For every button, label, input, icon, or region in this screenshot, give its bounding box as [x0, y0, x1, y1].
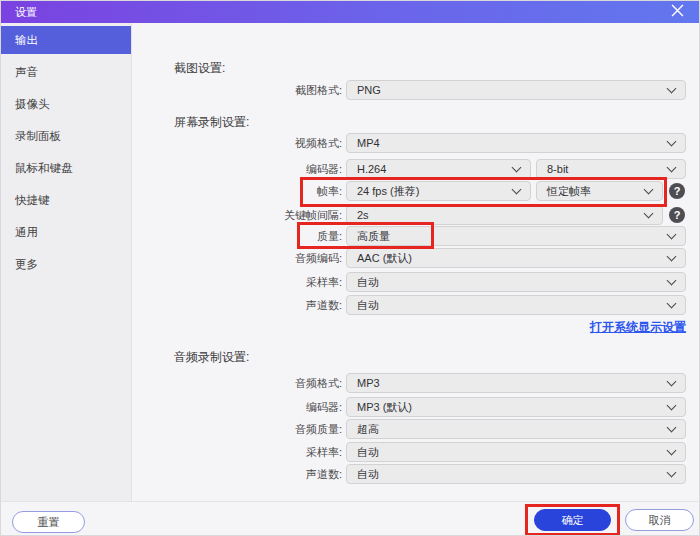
section-title-screenshot: 截图设置: [174, 61, 225, 76]
audio-sample-rate-row: 采样率: 自动 [133, 442, 700, 462]
chevron-down-icon [667, 423, 677, 433]
audio-format-dropdown[interactable]: MP3 [346, 373, 686, 393]
audio-sample-rate-dropdown[interactable]: 自动 [346, 442, 686, 462]
chevron-down-icon [667, 163, 677, 173]
audio-encoder-dropdown[interactable]: MP3 (默认) [346, 397, 686, 417]
sample-rate-dropdown[interactable]: 自动 [346, 272, 686, 292]
chevron-down-icon [667, 252, 677, 262]
sample-rate-row: 采样率: 自动 [133, 272, 700, 292]
chevron-down-icon [644, 185, 654, 195]
audio-channels-row: 声道数: 自动 [133, 464, 700, 484]
sidebar-item-general[interactable]: 通用 [1, 218, 131, 246]
audio-channels-dropdown[interactable]: 自动 [346, 464, 686, 484]
sidebar-item-hotkeys[interactable]: 快捷键 [1, 186, 131, 214]
screenshot-format-dropdown[interactable]: PNG [346, 80, 686, 100]
setting-label: 截图格式: [133, 80, 342, 100]
audio-format-row: 音频格式: MP3 [133, 373, 700, 393]
sidebar-item-more[interactable]: 更多 [1, 250, 131, 278]
settings-dialog: 设置 输出 声音 摄像头 录制面板 鼠标和键盘 快捷键 通用 更多 截图设置: … [0, 0, 700, 536]
setting-label: 编码器: [133, 397, 342, 417]
dialog-title: 设置 [15, 1, 37, 23]
framerate-dropdown[interactable]: 24 fps (推荐) [346, 181, 531, 201]
chevron-down-icon [667, 377, 677, 387]
chevron-down-icon [667, 468, 677, 478]
setting-label: 声道数: [133, 464, 342, 484]
video-format-row: 视频格式: MP4 [133, 133, 700, 153]
chevron-down-icon [667, 137, 677, 147]
audio-codec-row: 音频编码: AAC (默认) [133, 248, 700, 268]
setting-label: 视频格式: [133, 133, 342, 153]
chevron-down-icon [667, 446, 677, 456]
quality-row: 质量: 高质量 [133, 226, 700, 246]
sidebar-item-mouse-keyboard[interactable]: 鼠标和键盘 [1, 154, 131, 182]
bit-depth-dropdown[interactable]: 8-bit [536, 159, 686, 179]
chevron-down-icon [667, 230, 677, 240]
keyframe-interval-dropdown[interactable]: 2s [346, 205, 663, 225]
setting-label: 帧率: [133, 181, 342, 201]
setting-label: 编码器: [133, 159, 342, 179]
ok-button[interactable]: 确定 [534, 509, 611, 531]
chevron-down-icon [667, 276, 677, 286]
chevron-down-icon [667, 299, 677, 309]
encoder-dropdown[interactable]: H.264 [346, 159, 531, 179]
titlebar: 设置 [1, 1, 700, 23]
setting-label: 音频质量: [133, 419, 342, 439]
video-format-dropdown[interactable]: MP4 [346, 133, 686, 153]
sidebar-item-recording-panel[interactable]: 录制面板 [1, 122, 131, 150]
close-icon [671, 4, 684, 20]
help-icon[interactable]: ? [669, 207, 685, 223]
audio-codec-dropdown[interactable]: AAC (默认) [346, 248, 686, 268]
audio-quality-dropdown[interactable]: 超高 [346, 419, 686, 439]
chevron-down-icon [512, 163, 522, 173]
setting-label: 采样率: [133, 442, 342, 462]
encoder-row: 编码器: H.264 8-bit [133, 159, 700, 179]
setting-label: 质量: [133, 226, 342, 246]
setting-label: 关键帧间隔: [133, 205, 342, 225]
framerate-mode-dropdown[interactable]: 恒定帧率 [536, 181, 663, 201]
quality-dropdown[interactable]: 高质量 [346, 226, 686, 246]
footer: 重置 确定 取消 [1, 501, 700, 536]
setting-label: 声道数: [133, 295, 342, 315]
reset-button[interactable]: 重置 [12, 511, 85, 533]
chevron-down-icon [667, 401, 677, 411]
framerate-row: 帧率: 24 fps (推荐) 恒定帧率 ? [133, 181, 700, 201]
channels-dropdown[interactable]: 自动 [346, 295, 686, 315]
cancel-button[interactable]: 取消 [625, 509, 694, 531]
channels-row: 声道数: 自动 [133, 295, 700, 315]
setting-label: 采样率: [133, 272, 342, 292]
close-button[interactable] [663, 1, 691, 23]
screenshot-format-row: 截图格式: PNG [133, 80, 700, 100]
sidebar-item-camera[interactable]: 摄像头 [1, 90, 131, 118]
sidebar-item-sound[interactable]: 声音 [1, 58, 131, 86]
setting-label: 音频格式: [133, 373, 342, 393]
sidebar: 输出 声音 摄像头 录制面板 鼠标和键盘 快捷键 通用 更多 [1, 23, 132, 501]
help-icon[interactable]: ? [669, 183, 685, 199]
sidebar-item-output[interactable]: 输出 [1, 26, 131, 54]
setting-label: 音频编码: [133, 248, 342, 268]
section-title-audio-recording: 音频录制设置: [174, 350, 249, 365]
chevron-down-icon [667, 84, 677, 94]
audio-quality-row: 音频质量: 超高 [133, 419, 700, 439]
open-display-settings-link[interactable]: 打开系统显示设置 [590, 319, 686, 336]
section-title-screen-recording: 屏幕录制设置: [174, 115, 249, 130]
audio-encoder-row: 编码器: MP3 (默认) [133, 397, 700, 417]
settings-content: 截图设置: 截图格式: PNG 屏幕录制设置: 视频格式: MP4 编码器: H… [133, 23, 700, 501]
keyframe-interval-row: 关键帧间隔: 2s ? [133, 205, 700, 225]
chevron-down-icon [644, 209, 654, 219]
chevron-down-icon [512, 185, 522, 195]
